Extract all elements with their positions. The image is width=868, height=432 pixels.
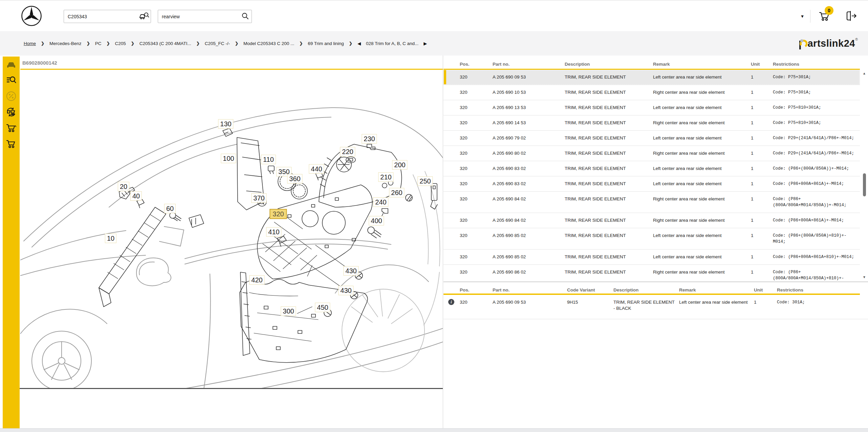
breadcrumb-item-group[interactable]: 69 Trim and lining xyxy=(308,41,344,46)
top-right-controls: ▾ 0 xyxy=(797,1,859,32)
table-scrollbar: ▲ ▼ xyxy=(861,70,867,282)
cell-remark: Right center area rear side element xyxy=(653,196,751,208)
info-icon[interactable]: i xyxy=(448,299,454,305)
breadcrumb-item-brand[interactable]: Mercedes-Benz xyxy=(49,41,82,46)
cell-restrictions: Code: P75+301A; xyxy=(773,89,860,95)
diagram-callout[interactable]: 300 xyxy=(281,306,296,316)
diagram-callout[interactable]: 450 xyxy=(315,303,330,312)
callout-label: 110 xyxy=(263,156,274,163)
chevron-right-icon: ❯ xyxy=(87,41,90,46)
scroll-up-arrow[interactable]: ▲ xyxy=(862,71,867,76)
diagram-callout[interactable]: 60 xyxy=(164,204,176,213)
cart-icon xyxy=(5,138,17,150)
cell-pos: 320 xyxy=(460,89,493,95)
table-row[interactable]: 320 A 205 690 84 02 TRIM, REAR SIDE ELEM… xyxy=(443,213,860,228)
diagram-callout[interactable]: 20 xyxy=(118,182,129,191)
table-row[interactable]: 320 A 205 690 79 02 TRIM, REAR SIDE ELEM… xyxy=(443,131,860,146)
diagram-callout[interactable]: 10 xyxy=(105,234,116,243)
diagram-callout[interactable]: 440 xyxy=(309,164,324,174)
sidebar-item-parts-search[interactable] xyxy=(5,75,17,86)
diagram-callout[interactable]: 320 xyxy=(269,209,287,219)
cell-description: TRIM, REAR SIDE ELEMENT xyxy=(565,150,653,156)
next-subgroup-arrow[interactable]: ▶ xyxy=(424,41,427,46)
partslink24-logo: artslink24 ® xyxy=(799,31,858,56)
chevron-right-icon: ❯ xyxy=(41,41,44,46)
part-search-input[interactable] xyxy=(158,14,239,19)
variant-table-body: i 320 A 205 690 09 53 9H15 TRIM, REAR SI… xyxy=(443,295,868,319)
diagram-callout[interactable]: 200 xyxy=(392,160,407,170)
diagram-callout[interactable]: 410 xyxy=(266,227,281,237)
sidebar-item-order-cart[interactable] xyxy=(5,123,17,134)
diagram-callout[interactable]: 400 xyxy=(369,216,384,225)
column-header: Part no. xyxy=(493,287,567,293)
callout-label: 430 xyxy=(340,287,351,294)
diagram-callout[interactable]: 110 xyxy=(261,155,276,164)
cart-button[interactable]: 0 xyxy=(815,7,834,25)
vin-search-button[interactable] xyxy=(138,11,151,22)
breadcrumb-item-subgroup[interactable]: 028 Trim for A, B, C and... xyxy=(366,41,418,46)
cell-restrictions: Code: 301A; xyxy=(777,299,868,315)
cell-pos: 320 xyxy=(460,181,493,187)
sidebar-item-cart[interactable] xyxy=(5,139,17,150)
sidebar-item-exchange-parts[interactable] xyxy=(5,107,17,118)
logout-icon xyxy=(845,18,857,23)
diagram-callout[interactable]: 360 xyxy=(287,174,302,183)
table-row[interactable]: 320 A 205 690 85 02 TRIM, REAR SIDE ELEM… xyxy=(443,228,860,250)
parts-table-header: Pos.Part no.DescriptionRemarkUnitRestric… xyxy=(443,56,868,69)
chevron-right-icon: ❯ xyxy=(299,41,303,46)
diagram-callout[interactable]: 210 xyxy=(378,172,393,182)
diagram-callout[interactable]: 100 xyxy=(221,154,236,163)
diagram-callout[interactable]: 220 xyxy=(340,147,355,156)
cell-restrictions: Code: P75+301A; xyxy=(773,74,860,80)
callout-label: 320 xyxy=(273,210,284,218)
breadcrumb-item-home[interactable]: Home xyxy=(24,41,36,46)
diagram-callout[interactable]: 420 xyxy=(249,275,264,285)
cell-pos: 320 xyxy=(460,105,493,111)
diagram-callout[interactable]: 130 xyxy=(218,119,233,129)
account-dropdown-caret[interactable]: ▾ xyxy=(797,10,807,22)
breadcrumb-item-series[interactable]: C205 xyxy=(115,41,126,46)
diagram-callout[interactable]: 430 xyxy=(343,266,359,276)
diagram-callout[interactable]: 250 xyxy=(417,176,433,186)
table-row[interactable]: 320 A 205 690 84 02 TRIM, REAR SIDE ELEM… xyxy=(443,192,860,213)
diagram-callout[interactable]: 370 xyxy=(251,193,266,203)
sidebar-item-vehicle[interactable] xyxy=(5,59,17,70)
breadcrumb-item-model[interactable]: C205343 (C 200 4MATI... xyxy=(139,41,191,46)
breadcrumb-item-pc[interactable]: PC xyxy=(95,41,102,46)
diagram-callout[interactable]: 260 xyxy=(389,188,404,197)
scroll-down-arrow[interactable]: ▼ xyxy=(862,275,867,280)
breadcrumb-band: Home ❯ Mercedes-Benz ❯ PC ❯ C205 ❯ C2053… xyxy=(0,31,868,56)
diagram-callout[interactable]: 40 xyxy=(130,191,142,201)
breadcrumb-item-model-detail[interactable]: Model C205343 C 200 ... xyxy=(243,41,294,46)
diagram-callout[interactable]: 240 xyxy=(373,197,388,207)
table-row[interactable]: 320 A 205 690 80 02 TRIM, REAR SIDE ELEM… xyxy=(443,146,860,161)
table-row[interactable]: 320 A 205 690 10 53 TRIM, REAR SIDE ELEM… xyxy=(443,85,860,100)
sidebar-item-promotions[interactable] xyxy=(5,91,17,102)
callout-label: 360 xyxy=(289,175,300,182)
partslink24-app: ▾ 0 xyxy=(0,0,868,432)
table-row[interactable]: 320 A 205 690 86 02 TRIM, REAR SIDE ELEM… xyxy=(443,265,860,282)
breadcrumb-item-chassis[interactable]: C205_FC -/- xyxy=(205,41,230,46)
table-row[interactable]: 320 A 205 690 14 53 TRIM, REAR SIDE ELEM… xyxy=(443,115,860,131)
vin-search-input[interactable] xyxy=(64,14,138,19)
table-row[interactable]: 320 A 205 690 83 02 TRIM, REAR SIDE ELEM… xyxy=(443,176,860,192)
table-row[interactable]: 320 A 205 690 85 02 TRIM, REAR SIDE ELEM… xyxy=(443,250,860,265)
table-row[interactable]: 320 A 205 690 13 53 TRIM, REAR SIDE ELEM… xyxy=(443,100,860,115)
scrollbar-thumb[interactable] xyxy=(863,173,866,196)
cell-pos: 320 xyxy=(460,74,493,80)
prev-subgroup-arrow[interactable]: ◀ xyxy=(357,41,361,46)
callout-label: 410 xyxy=(268,228,279,236)
column-header: Code Variant xyxy=(567,287,613,293)
table-row[interactable]: 320 A 205 690 09 53 TRIM, REAR SIDE ELEM… xyxy=(443,70,860,85)
table-row[interactable]: 320 A 205 690 83 02 TRIM, REAR SIDE ELEM… xyxy=(443,161,860,176)
diagram-callout[interactable]: 230 xyxy=(362,134,377,144)
diagram-callout[interactable]: 430 xyxy=(338,286,353,295)
panel-divider[interactable] xyxy=(443,56,443,428)
logout-button[interactable] xyxy=(843,8,859,24)
chevron-right-icon: ❯ xyxy=(106,41,110,46)
part-search-button[interactable] xyxy=(239,11,252,22)
cell-pos: 320 xyxy=(460,150,493,156)
cell-part-no: A 205 690 14 53 xyxy=(493,120,565,126)
horizontal-splitter[interactable] xyxy=(20,388,443,389)
sidebar xyxy=(3,57,20,428)
